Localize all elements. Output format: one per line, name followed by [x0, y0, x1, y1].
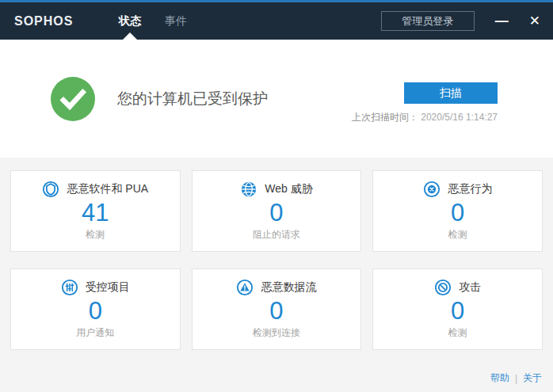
tile-value: 41: [82, 199, 109, 227]
close-icon[interactable]: ✕: [529, 14, 540, 28]
tile-malicious-behavior[interactable]: 恶意行为 0 检测: [372, 170, 543, 252]
tile-value: 0: [269, 297, 283, 325]
sophos-logo: SOPHOS: [14, 14, 97, 29]
minimize-icon[interactable]: —: [495, 14, 509, 28]
tile-sublabel: 检测到连接: [253, 326, 300, 340]
status-title: 您的计算机已受到保护: [117, 89, 268, 109]
tile-value: 0: [451, 297, 464, 325]
tile-web-threats[interactable]: Web 威胁 0 阻止的请求: [192, 170, 362, 252]
tab-status-label: 状态: [119, 14, 141, 29]
footer-separator: |: [515, 373, 517, 384]
titlebar-controls: 管理员登录 — ✕: [381, 11, 540, 31]
block-icon: [434, 279, 452, 296]
tile-sublabel: 检测: [448, 326, 467, 340]
tile-value: 0: [89, 297, 102, 325]
scan-area: 扫描 上次扫描时间： 2020/5/16 1:14:27: [352, 82, 498, 124]
tile-controlled-items[interactable]: 受控项目 0 用户通知: [10, 268, 181, 350]
admin-login-button[interactable]: 管理员登录: [381, 11, 475, 31]
last-scan-value: 2020/5/16 1:14:27: [421, 112, 498, 123]
title-bar: SOPHOS 状态 事件 管理员登录 — ✕: [0, 0, 553, 40]
globe-icon: [240, 181, 257, 198]
about-link[interactable]: 关于: [523, 371, 542, 385]
tile-value: 0: [451, 199, 464, 227]
tab-events-label: 事件: [165, 14, 187, 29]
sliders-circle-icon: [61, 279, 78, 296]
tile-label: 攻击: [459, 280, 481, 295]
help-link[interactable]: 帮助: [490, 371, 509, 385]
tile-sublabel: 阻止的请求: [253, 228, 300, 242]
warning-circle-icon: [236, 279, 254, 296]
tile-sublabel: 用户通知: [76, 326, 114, 340]
scan-button[interactable]: 扫描: [404, 82, 498, 104]
tile-label: 恶意软件和 PUA: [67, 182, 148, 196]
tile-malware-pua[interactable]: 恶意软件和 PUA 41 检测: [10, 170, 181, 252]
tile-value: 0: [269, 199, 283, 227]
tile-label: 恶意行为: [448, 182, 492, 196]
tile-malicious-traffic[interactable]: 恶意数据流 0 检测到连接: [192, 268, 362, 350]
tile-sublabel: 检测: [86, 228, 105, 242]
last-scan-label: 上次扫描时间：: [352, 112, 418, 123]
shield-circle-icon: [42, 181, 59, 198]
tile-attacks[interactable]: 攻击 0 检测: [372, 268, 543, 350]
status-panel: 您的计算机已受到保护 扫描 上次扫描时间： 2020/5/16 1:14:27: [0, 40, 553, 158]
footer-links: 帮助 | 关于: [490, 371, 542, 385]
last-scan-time: 上次扫描时间： 2020/5/16 1:14:27: [352, 111, 498, 124]
main-tabs: 状态 事件: [107, 2, 199, 40]
stats-grid: 恶意软件和 PUA 41 检测: [0, 158, 553, 350]
protected-check-icon: [51, 77, 95, 121]
tab-events[interactable]: 事件: [153, 2, 199, 40]
tile-label: 恶意数据流: [261, 280, 316, 295]
tile-label: 受控项目: [86, 280, 130, 295]
tile-sublabel: 检测: [448, 228, 467, 242]
tab-status[interactable]: 状态: [107, 2, 153, 40]
tile-label: Web 威胁: [265, 182, 312, 196]
sophos-window: SOPHOS 状态 事件 管理员登录 — ✕ 您的计算机已受到保护 扫描: [0, 0, 553, 392]
circle-x-icon: [423, 181, 440, 198]
